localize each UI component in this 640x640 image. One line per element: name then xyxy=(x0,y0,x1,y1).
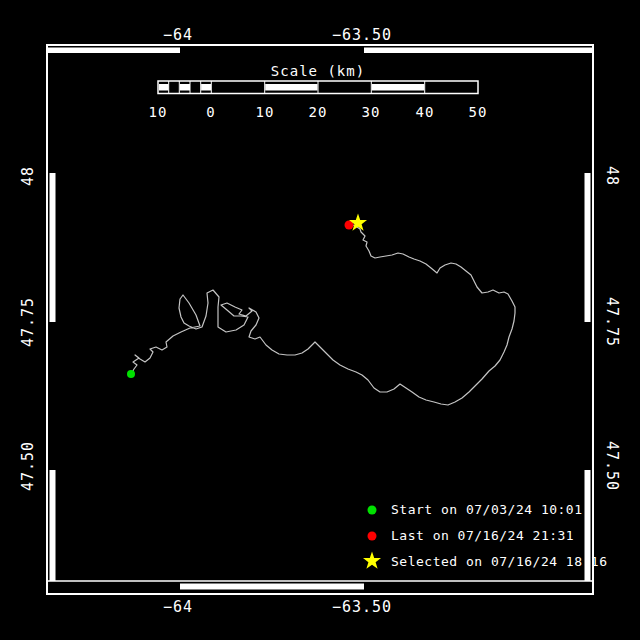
legend-start-label: Start on 07/03/24 10:01 xyxy=(391,502,583,517)
scale-bar-fill-seg xyxy=(372,84,424,91)
border-checker-left-lower xyxy=(50,470,56,581)
start-marker xyxy=(127,370,135,378)
track-path xyxy=(131,225,515,405)
legend-selected-label: Selected on 07/16/24 18:16 xyxy=(391,554,608,569)
right-axis-label-lat1: 48 xyxy=(603,166,621,186)
scale-bar-title: Scale (km) xyxy=(271,63,365,79)
scale-num-2: 10 xyxy=(256,104,275,120)
border-checker-top-left xyxy=(48,48,180,54)
track-layer xyxy=(127,214,515,406)
left-axis-label-lat2: 47.75 xyxy=(19,297,37,347)
scale-bar-fill-seg xyxy=(201,84,211,91)
scale-num-5: 40 xyxy=(416,104,435,120)
right-axis-label-lat2: 47.75 xyxy=(603,297,621,347)
left-axis-label-lat1: 48 xyxy=(19,166,37,186)
border-checker-bottom-mid xyxy=(180,584,364,590)
legend-yellow-star-icon xyxy=(363,552,381,569)
track-map: −64 −63.50 −64 −63.50 48 47.75 47.50 48 … xyxy=(0,0,640,640)
scale-bar-fill-seg xyxy=(180,84,190,91)
scale-bar: Scale (km) 10 0 10 20 30 40 50 xyxy=(149,63,488,120)
scale-num-0: 10 xyxy=(149,104,168,120)
bottom-axis-label-lon1: −64 xyxy=(163,598,193,616)
legend-red-dot-icon xyxy=(368,532,377,541)
border-checker-left-upper xyxy=(50,173,56,322)
scale-num-6: 50 xyxy=(469,104,488,120)
scale-num-4: 30 xyxy=(362,104,381,120)
legend-last-label: Last on 07/16/24 21:31 xyxy=(391,528,574,543)
legend-green-dot-icon xyxy=(368,506,377,515)
scale-num-3: 20 xyxy=(309,104,328,120)
top-axis-label-lon2: −63.50 xyxy=(332,26,392,44)
legend: Start on 07/03/24 10:01 Last on 07/16/24… xyxy=(363,502,608,569)
bottom-axis-label-lon2: −63.50 xyxy=(332,598,392,616)
scale-bar-fill-seg xyxy=(265,84,317,91)
left-axis-label-lat3: 47.50 xyxy=(19,441,37,491)
right-axis-label-lat3: 47.50 xyxy=(603,441,621,491)
border-checker-right-upper xyxy=(585,173,591,322)
scale-num-1: 0 xyxy=(206,104,215,120)
top-axis-label-lon1: −64 xyxy=(163,26,193,44)
border-checker-top-right xyxy=(364,48,592,54)
scale-bar-fill-seg xyxy=(159,84,169,91)
scale-bar-numbers: 10 0 10 20 30 40 50 xyxy=(149,104,488,120)
